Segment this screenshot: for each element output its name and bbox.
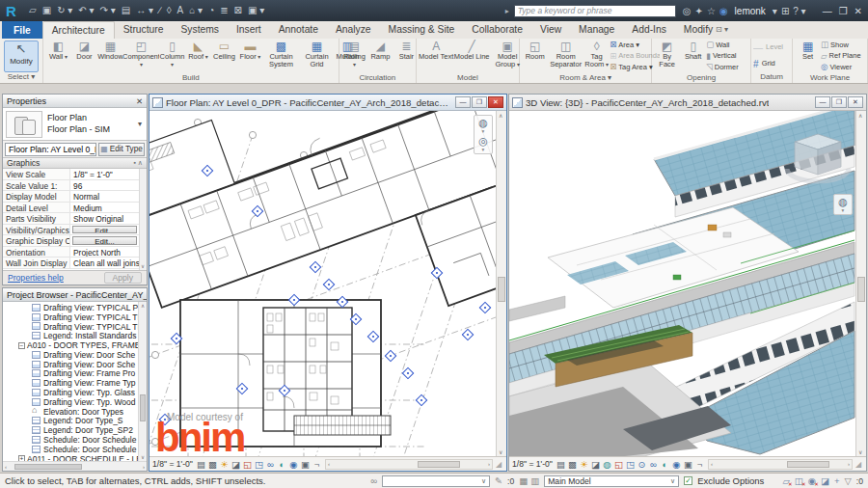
curtain-grid-tool[interactable]: ▦ Curtain Grid [299,40,335,73]
ribbon-panel-label[interactable]: Room & Area ▾ [522,73,649,83]
properties-help-link[interactable]: Properties help [8,273,64,283]
print-icon[interactable]: ▤ [119,1,133,20]
viewer-tool[interactable]: ◎ Viewer [821,62,868,73]
view-selector-combo[interactable]: Floor Plan: AY Level 0_DPR [5,143,96,156]
editing-requests-icon[interactable]: ✎ [495,475,502,486]
tree-item[interactable]: Drafting View: Frame Typ [3,378,147,388]
zoom-icon[interactable]: ◎ [478,135,488,147]
three-d-vertical-scrollbar[interactable]: ∧∨ [855,111,866,456]
property-row[interactable]: Orientation Project North [3,247,147,258]
floor-tool[interactable]: ▬ Floor [237,40,263,73]
graphics-section-header[interactable]: Graphics ▪ ∧ [3,157,147,169]
section-icon[interactable]: ◔ [205,1,217,20]
visual-style-icon[interactable]: ▩ [567,458,578,471]
properties-scrollbar[interactable]: ∨ [139,169,147,270]
tree-item[interactable]: Drafting View: Typ. Wood [3,397,147,407]
column-tool[interactable]: ▯ Column [159,40,185,73]
component-tool[interactable]: ◰ Component [123,40,159,73]
temporary-view-properties-icon[interactable]: ◉ [671,458,682,471]
ribbon-panel-label[interactable]: Datum [753,72,790,83]
tree-vertical-scrollbar[interactable]: ∧∨ [138,302,147,461]
vertical-opening-tool[interactable]: ▮ Vertical [706,51,756,63]
tree-item[interactable]: + A011 - DOOR SCHEDULE - LEVE [3,454,147,461]
dormer-tool[interactable]: ◹ Dormer [706,62,756,73]
default-3d-view-icon[interactable]: ⌂ ▾ [186,1,205,20]
ceiling-tool[interactable]: ▭ Ceiling [211,40,237,73]
type-selector[interactable]: Floor Plan Floor Plan - SIM ▾ [3,108,147,141]
thin-lines-icon[interactable]: ≣ [217,1,231,20]
railing-tool[interactable]: ▤ Railing [341,40,367,73]
room-tool[interactable]: ◱ Room [522,40,548,73]
reveal-constraints-icon[interactable]: ¬ [312,458,322,471]
select-underlay-elements-toggle[interactable]: ◫ [795,475,803,486]
user-interface-icon[interactable]: ▣ ▾ [245,1,267,20]
property-row[interactable]: Wall Join Display Clean all wall joins [3,258,147,269]
tree-item[interactable]: Schedule: Door Schedule [3,445,147,454]
roof-tool[interactable]: ◣ Roof [185,40,211,73]
sun-path-icon[interactable]: ☀ [579,458,589,471]
tab-collaborate[interactable]: Collaborate [463,21,531,39]
shadows-icon[interactable]: ◪ [231,458,241,471]
restore-icon[interactable]: ❐ [472,96,487,108]
wall-tool[interactable]: ◧ Wall [45,40,71,73]
chevron-down-icon[interactable]: ▾ [482,129,485,134]
open-file-icon[interactable]: ▱ [26,1,40,20]
panel-options-caret-icon[interactable]: ⊡ ▾ [710,25,736,37]
detail-level-icon[interactable]: ▤ [196,458,206,471]
close-icon[interactable]: ✕ [136,96,143,106]
steering-wheel-icon[interactable]: ◍ [838,196,848,207]
worksharing-display-icon[interactable]: ▣ [300,458,311,471]
tab-file[interactable]: File [2,21,42,39]
tab-massing-site[interactable]: Massing & Site [380,21,464,39]
tag-room-tool[interactable]: ◊ Tag Room [583,40,610,73]
temporary-hide-isolate-icon[interactable]: ∞ [648,458,659,471]
save-icon[interactable]: ▣ [40,1,54,20]
shaft-tool[interactable]: ▯ Shaft [680,40,706,73]
tree-expander-icon[interactable]: − [18,342,25,349]
room-separator-tool[interactable]: ◫ Room Separator [548,40,583,73]
search-icon[interactable]: ◎ [681,6,693,16]
floor-plan-horizontal-scrollbar[interactable]: ‹› [325,459,493,470]
close-icon[interactable]: ✕ [488,96,503,108]
tree-item[interactable]: Drafting View: TYPICAL TI [3,312,147,322]
close-hidden-windows-icon[interactable]: ⊠ [231,1,245,20]
tab-structure[interactable]: Structure [115,21,173,39]
tree-item[interactable]: Drafting View: Typ. Glass [3,388,147,397]
infocenter-collapse-icon[interactable]: ▸ [505,7,509,15]
show-crop-region-icon[interactable]: ◳ [625,458,636,471]
three-d-horizontal-scrollbar[interactable]: ‹› [708,459,853,470]
floor-plan-canvas[interactable]: ◍ ▾ ◎ ▾ Model courtesy of bnim ∧∨ [149,111,506,456]
model-line-tool[interactable]: ╱ Model Line [454,40,490,73]
view-scale-button[interactable]: 1/8" = 1'-0" [152,459,193,469]
tab-analyze[interactable]: Analyze [327,21,380,39]
section-collapse-icon[interactable]: ▪ ∧ [133,159,143,167]
property-row[interactable]: Detail Level Medium [3,203,147,214]
area-boundary-tool[interactable]: ⊞ Area Boundary [610,51,660,63]
minimize-icon[interactable]: — [823,6,832,16]
properties-header[interactable]: Properties ✕ [3,95,147,108]
set-work-plane-tool[interactable]: ▦ Set [795,40,821,73]
select-pinned-elements-toggle[interactable]: ◉ [808,475,816,486]
tab-add-ins[interactable]: Add-Ins [623,21,675,39]
tab-systems[interactable]: Systems [172,21,227,39]
redo-icon[interactable]: ↷ ▾ [97,1,119,20]
tree-horizontal-scrollbar[interactable]: ‹› [3,461,147,471]
minimize-icon[interactable]: — [455,96,471,108]
ribbon-panel-label[interactable]: Model [419,73,517,83]
worksets-icon[interactable]: ∞ [370,475,377,486]
signed-in-username[interactable]: lemonk [735,6,766,16]
property-row[interactable]: Display Model Normal [3,191,147,203]
tab-view[interactable]: View [531,21,570,39]
floor-plan-window-titlebar[interactable]: Floor Plan: AY Level 0_DPR - PacificCent… [149,95,506,111]
reveal-hidden-elements-icon[interactable]: ◐ [660,458,670,471]
design-options-dialog-icon[interactable]: ▥ [530,475,539,486]
tree-item[interactable]: Legend: Door Type_S [3,417,147,426]
resize-grip[interactable]: ◢ [855,460,863,469]
property-row[interactable]: Parts Visibility Show Original [3,213,147,225]
detail-level-icon[interactable]: ▤ [556,458,566,471]
resize-grip[interactable]: ◢ [496,460,503,469]
active-design-option-combo[interactable]: Main Model [544,475,679,487]
restore-icon[interactable]: ❐ [839,6,848,16]
tree-item[interactable]: Drafting View: Frame Pro [3,369,147,379]
tree-item[interactable]: Drafting View: Door Sche [3,360,147,369]
